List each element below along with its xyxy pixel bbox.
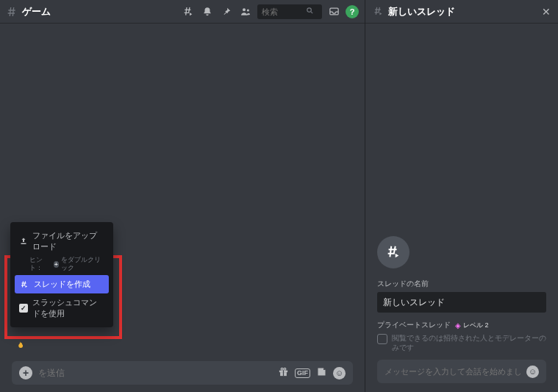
menu-upload-file[interactable]: ファイルをアップロード	[15, 227, 109, 256]
thread-name-label: スレッドの名前	[377, 279, 546, 289]
gift-icon[interactable]	[278, 366, 289, 379]
private-thread-row: プライベートスレッド ◈ レベル 2	[377, 320, 546, 330]
members-icon[interactable]	[238, 4, 253, 19]
search-icon	[306, 7, 314, 16]
inbox-icon[interactable]	[326, 4, 341, 19]
search-input[interactable]	[262, 7, 306, 16]
upload-icon	[19, 237, 28, 246]
svg-point-1	[247, 9, 249, 11]
pin-icon[interactable]	[219, 4, 234, 19]
thread-emoji-button[interactable]: ☺	[526, 366, 539, 378]
thread-header: 新しいスレッド ✕	[365, 0, 558, 24]
svg-point-2	[307, 8, 312, 13]
message-input[interactable]	[38, 368, 272, 378]
svg-point-0	[243, 8, 246, 11]
private-thread-label: プライベートスレッド	[377, 320, 451, 330]
boost-badge: ◈ レベル 2	[455, 321, 489, 330]
private-thread-desc: 閲覧できるのは招待された人とモデレーターのみです	[392, 333, 546, 352]
sticker-icon[interactable]	[316, 366, 327, 379]
private-thread-desc-row: 閲覧できるのは招待された人とモデレーターのみです	[377, 333, 546, 352]
plus-hint-icon: +	[54, 261, 59, 268]
menu-create-thread-label: スレッドを作成	[34, 279, 90, 290]
message-composer: + GIF ☺	[0, 361, 365, 392]
flame-icon	[15, 340, 25, 354]
thread-name-input[interactable]	[377, 292, 546, 313]
svg-point-8	[281, 368, 283, 370]
thread-composer: ☺	[377, 360, 546, 383]
thread-panel: 新しいスレッド ✕ スレッドの名前 プライベートスレッド ◈ レベル 2 閲覧で…	[365, 0, 558, 392]
svg-point-9	[284, 368, 286, 370]
channel-name: ゲーム	[22, 5, 51, 18]
channel-content: うこそ！ の始まりです。 ファイルをアップロード ヒント： + をダブルクリック	[0, 24, 365, 361]
thread-hash-icon	[373, 6, 384, 17]
menu-slash-label: スラッシュコマンドを使用	[32, 297, 104, 319]
menu-upload-label: ファイルをアップロード	[32, 230, 104, 252]
thread-title: 新しいスレッド	[388, 5, 455, 18]
attach-button[interactable]: +	[19, 366, 32, 379]
gif-button[interactable]: GIF	[295, 368, 310, 378]
hash-icon	[6, 6, 18, 18]
channel-header: ゲーム ?	[0, 0, 365, 24]
boost-icon: ◈	[455, 321, 461, 329]
menu-create-thread[interactable]: スレッドを作成	[15, 275, 109, 293]
thread-message-input[interactable]	[384, 367, 521, 376]
close-button[interactable]: ✕	[542, 6, 551, 18]
emoji-button[interactable]: ☺	[333, 367, 346, 379]
thread-hash-icon	[19, 280, 29, 289]
search-box[interactable]	[257, 4, 322, 19]
main-panel: ゲーム ?	[0, 0, 365, 392]
threads-icon[interactable]	[181, 4, 196, 19]
checkbox-icon: ✓	[19, 304, 28, 313]
svg-rect-7	[283, 371, 284, 377]
thread-hash-avatar	[377, 236, 409, 268]
svg-rect-4	[21, 243, 26, 245]
help-icon[interactable]: ?	[346, 5, 359, 18]
menu-slash-commands[interactable]: ✓ スラッシュコマンドを使用	[15, 293, 109, 323]
private-checkbox[interactable]	[377, 334, 387, 344]
bell-icon[interactable]	[200, 4, 215, 19]
menu-upload-hint: ヒント： + をダブルクリック	[15, 256, 109, 275]
attachment-menu: ファイルをアップロード ヒント： + をダブルクリック スレッドを作成 ✓ スラ…	[10, 222, 113, 327]
